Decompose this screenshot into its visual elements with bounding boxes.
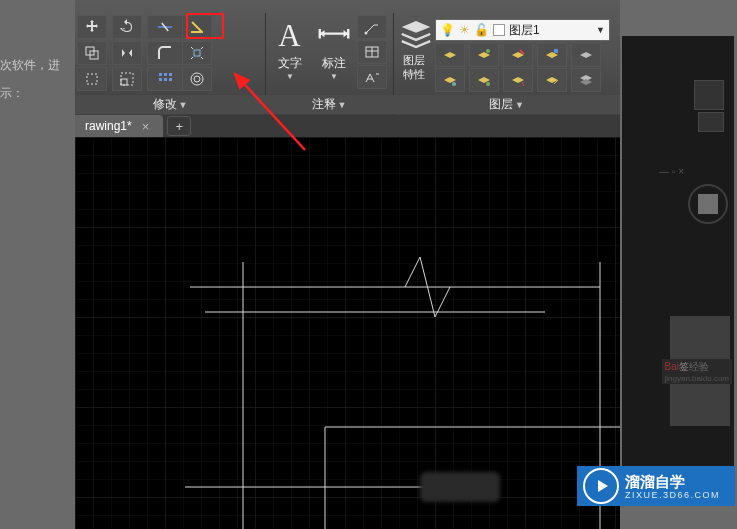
svg-rect-4 [194,50,200,56]
svg-rect-10 [169,73,172,76]
layer-tool-4[interactable] [537,43,567,67]
rotate-icon[interactable] [112,15,142,39]
secondary-screenshot: — ▫ × Bai签经验 jingyan.baidu.com [622,36,734,486]
lock-icon: 🔓 [474,23,489,37]
dimension-icon [315,19,353,53]
svg-rect-12 [164,78,167,81]
liuliu-brand-badge[interactable]: 溜溜自学 ZIXUE.3D66.COM [577,466,735,506]
highlight-rectangle [186,13,224,39]
mirror-button[interactable] [112,41,142,65]
annot-more-button[interactable] [357,65,387,89]
svg-point-17 [365,32,368,35]
layer-tool-6[interactable] [435,68,465,92]
leader-button[interactable] [357,15,387,39]
menu-strip [75,0,620,13]
tab-label: rawing1* [85,119,132,133]
svg-point-14 [194,76,200,82]
panel-title-annotate[interactable]: 注释▼ [265,95,393,114]
canvas-svg [75,137,620,529]
layer-tool-5[interactable] [571,43,601,67]
drawing-canvas[interactable] [75,137,620,529]
ribbon: 修改▼ A 文字 ▼ 标注 ▼ 注释▼ [75,0,620,116]
svg-rect-5 [87,74,97,84]
layer-properties-icon [397,17,435,51]
svg-point-15 [191,73,203,85]
article-text-1: 次软件，进 [0,57,60,74]
trim-button[interactable] [147,15,183,39]
panel-layers: 图层 特性 💡 ☀ 🔓 图层1 ▼ [393,13,620,115]
panel-modify: 修改▼ [75,13,266,115]
layer-tool-9[interactable] [537,68,567,92]
layer-tool-3[interactable] [503,43,533,67]
play-icon [583,468,619,504]
svg-rect-6 [121,79,127,85]
tab-add-button[interactable]: + [167,116,191,136]
move-icon[interactable] [77,15,107,39]
viewcube [688,184,728,224]
array-button[interactable] [147,67,183,91]
svg-point-19 [486,49,490,53]
explode-button[interactable] [182,41,212,65]
scale-button[interactable] [112,67,142,91]
cad-screenshot-main: 修改▼ A 文字 ▼ 标注 ▼ 注释▼ [75,0,620,529]
svg-rect-20 [554,49,558,53]
svg-text:A: A [278,18,301,53]
fillet-button[interactable] [147,41,183,65]
lightbulb-icon: 💡 [440,23,455,37]
offset-button[interactable] [182,67,212,91]
layer-tool-7[interactable] [469,68,499,92]
text-icon: A [271,19,309,53]
baidu-watermark: Bai签经验 jingyan.baidu.com [662,359,732,384]
layer-properties-button[interactable]: 图层 特性 [397,17,431,79]
sun-icon: ☀ [459,23,470,37]
dimension-button[interactable]: 标注 ▼ [313,19,355,81]
svg-rect-9 [164,73,167,76]
layer-tool-8[interactable] [503,68,533,92]
panel-title-modify[interactable]: 修改▼ [75,95,265,114]
svg-point-22 [486,82,490,86]
layer-dropdown[interactable]: 💡 ☀ 🔓 图层1 ▼ [435,19,610,41]
svg-rect-11 [159,78,162,81]
svg-point-21 [452,82,456,86]
article-text-2: 示： [0,85,24,102]
layer-tool-1[interactable] [435,43,465,67]
tab-drawing1[interactable]: rawing1* × [75,115,163,137]
palette-icon [694,80,724,110]
stretch-button[interactable] [77,67,107,91]
brand-subtitle: ZIXUE.3D66.COM [625,490,720,500]
copy-button[interactable] [77,41,107,65]
chevron-down-icon: ▼ [596,25,605,35]
text-button[interactable]: A 文字 ▼ [269,19,311,81]
layer-tool-10[interactable] [571,68,601,92]
svg-rect-13 [169,78,172,81]
close-icon[interactable]: × [142,120,150,133]
palette-icon-2 [698,112,724,132]
svg-rect-25 [75,137,620,529]
panel-title-layers[interactable]: 图层▼ [393,95,620,114]
layer-name: 图层1 [509,22,540,39]
panel-annotate: A 文字 ▼ 标注 ▼ 注释▼ [265,13,394,115]
layer-tool-2[interactable] [469,43,499,67]
table-button[interactable] [357,40,387,64]
color-swatch [493,24,505,36]
redacted-watermark [420,472,500,502]
tab-bar: rawing1* × + [75,115,620,138]
brand-title: 溜溜自学 [625,473,685,490]
svg-rect-8 [159,73,162,76]
